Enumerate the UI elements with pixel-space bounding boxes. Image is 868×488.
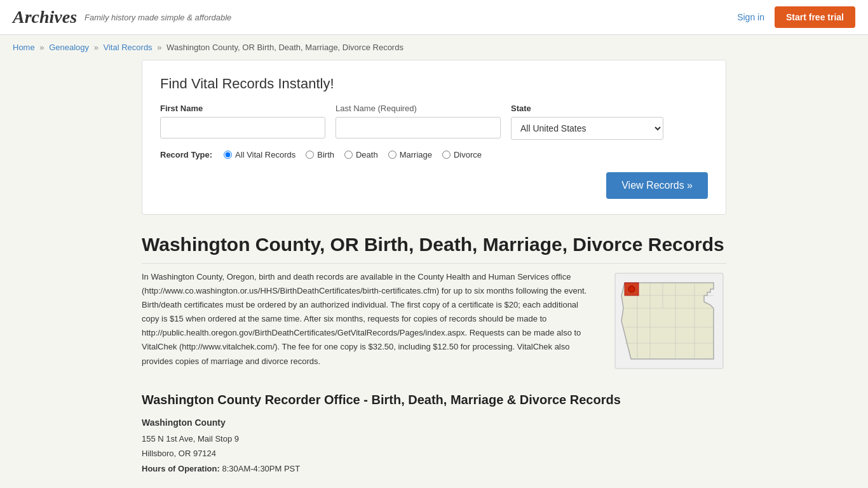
state-select[interactable]: All United StatesAlabamaAlaskaArizonaArk… (511, 117, 663, 140)
radio-death-label: Death (356, 150, 378, 159)
hours-value: 8:30AM-4:30PM PST (222, 464, 300, 473)
oregon-map (612, 270, 726, 372)
breadcrumb-sep3: » (157, 43, 161, 52)
breadcrumb-sep1: » (39, 43, 44, 52)
content-text: In Washington County, Oregon, birth and … (142, 270, 597, 374)
first-name-group: First Name (160, 104, 325, 139)
breadcrumb-vital-records[interactable]: Vital Records (104, 43, 153, 52)
record-type-label: Record Type: (160, 150, 212, 159)
office-hours: Hours of Operation: 8:30AM-4:30PM PST (142, 461, 726, 476)
recorder-section: Washington County Recorder Office - Birt… (142, 393, 726, 476)
header-right: Sign in Start free trial (737, 6, 855, 28)
radio-birth-input[interactable] (306, 151, 314, 159)
radio-all-input[interactable] (224, 151, 232, 159)
last-name-required: (Required) (378, 104, 417, 113)
radio-birth-label: Birth (317, 150, 334, 159)
radio-birth[interactable]: Birth (306, 150, 334, 159)
radio-all[interactable]: All Vital Records (224, 150, 295, 159)
first-name-label: First Name (160, 104, 325, 113)
last-name-label: Last Name (Required) (336, 104, 501, 113)
logo: Archives (13, 7, 77, 27)
radio-marriage[interactable]: Marriage (388, 150, 432, 159)
breadcrumb-sep2: » (94, 43, 98, 52)
svg-point-11 (628, 286, 635, 292)
header: Archives Family history made simple & af… (0, 0, 868, 35)
radio-divorce-label: Divorce (454, 150, 482, 159)
breadcrumb-home[interactable]: Home (13, 43, 35, 52)
office-name: Washington County (142, 417, 726, 428)
state-label: State (511, 104, 663, 113)
header-left: Archives Family history made simple & af… (13, 7, 231, 27)
logo-tagline: Family history made simple & affordable (85, 13, 231, 22)
radio-divorce[interactable]: Divorce (442, 150, 482, 159)
radio-marriage-label: Marriage (400, 150, 432, 159)
hours-label: Hours of Operation: (142, 464, 220, 473)
last-name-input[interactable] (336, 117, 501, 139)
state-group: State All United StatesAlabamaAlaskaAriz… (511, 104, 663, 140)
sign-in-link[interactable]: Sign in (737, 12, 764, 22)
radio-death[interactable]: Death (344, 150, 378, 159)
view-records-button[interactable]: View Records » (606, 172, 708, 199)
main-content: Find Vital Records Instantly! First Name… (129, 60, 739, 488)
radio-group: All Vital Records Birth Death Marriage D… (224, 150, 482, 159)
first-name-input[interactable] (160, 117, 325, 139)
map-container (612, 270, 726, 374)
breadcrumb: Home » Genealogy » Vital Records » Washi… (0, 35, 868, 60)
start-trial-button[interactable]: Start free trial (775, 6, 855, 28)
office-address2: Hillsboro, OR 97124 (142, 446, 726, 461)
breadcrumb-current: Washington County, OR Birth, Death, Marr… (166, 43, 403, 52)
search-box: Find Vital Records Instantly! First Name… (142, 60, 726, 215)
office-details: 155 N 1st Ave, Mail Stop 9 Hillsboro, OR… (142, 431, 726, 476)
form-row-names: First Name Last Name (Required) State Al… (160, 104, 708, 140)
content-section: In Washington County, Oregon, birth and … (142, 270, 726, 374)
page-title: Washington County, OR Birth, Death, Marr… (142, 234, 726, 264)
breadcrumb-genealogy[interactable]: Genealogy (49, 43, 89, 52)
radio-marriage-input[interactable] (388, 151, 397, 159)
record-type-row: Record Type: All Vital Records Birth Dea… (160, 150, 708, 159)
btn-row: View Records » (160, 172, 708, 199)
radio-all-label: All Vital Records (235, 150, 295, 159)
search-title: Find Vital Records Instantly! (160, 76, 708, 92)
recorder-title: Washington County Recorder Office - Birt… (142, 393, 726, 407)
radio-death-input[interactable] (344, 151, 353, 159)
last-name-group: Last Name (Required) (336, 104, 501, 139)
radio-divorce-input[interactable] (442, 151, 451, 159)
office-address1: 155 N 1st Ave, Mail Stop 9 (142, 431, 726, 446)
